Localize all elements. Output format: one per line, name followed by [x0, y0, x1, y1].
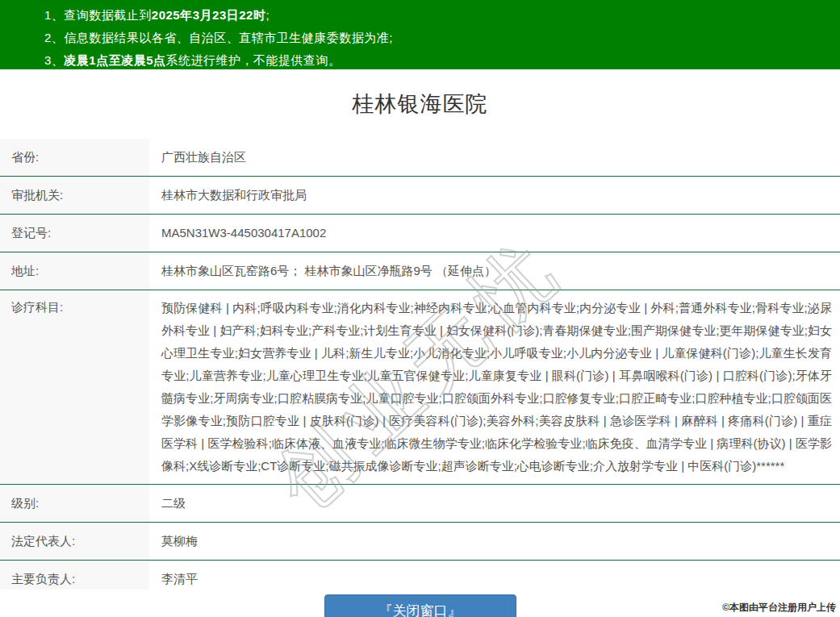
table-row-legal-representative: 法定代表人: 莫柳梅 — [0, 523, 840, 561]
notice-bold-text: 2025年3月23日22时 — [152, 8, 266, 22]
table-row-approval-authority: 审批机关: 桂林市大数据和行政审批局 — [0, 177, 840, 215]
row-label: 地址: — [0, 252, 149, 290]
footer-bar: 『关闭窗口』 ©本图由平台注册用户上传 — [0, 590, 840, 617]
row-value: 莫柳梅 — [149, 523, 840, 561]
row-label: 省份: — [0, 139, 149, 177]
row-value: MA5N31W3-445030417A1002 — [149, 215, 840, 252]
notice-text: 信息数据结果以各省、自治区、直辖市卫生健康委数据为准; — [64, 31, 393, 44]
page: 1、查询数据截止到2025年3月23日22时; 2、信息数据结果以各省、自治区、… — [0, 0, 840, 617]
row-value: 桂林市象山区瓦窑路6号； 桂林市象山区净瓶路9号 （延伸点） — [149, 252, 840, 290]
row-label: 诊疗科目: — [0, 290, 149, 485]
close-window-button[interactable]: 『关闭窗口』 — [324, 594, 516, 617]
notice-bold-text: 凌晨1点至凌晨5点 — [64, 53, 165, 67]
row-value: 广西壮族自治区 — [149, 139, 840, 177]
table-row-level: 级别: 二级 — [0, 485, 840, 523]
row-label: 法定代表人: — [0, 523, 149, 561]
row-label: 审批机关: — [0, 177, 149, 215]
notice-line-3: 3、凌晨1点至凌晨5点系统进行维护，不能提供查询。 — [44, 49, 832, 72]
notice-bar: 1、查询数据截止到2025年3月23日22时; 2、信息数据结果以各省、自治区、… — [0, 0, 840, 69]
attribution-text: ©本图由平台注册用户上传 — [722, 601, 836, 615]
notice-line-1: 1、查询数据截止到2025年3月23日22时; — [44, 4, 832, 27]
row-value: 桂林市大数据和行政审批局 — [149, 177, 840, 215]
row-value: 二级 — [149, 485, 840, 523]
row-label: 登记号: — [0, 215, 149, 252]
notice-number: 3、 — [44, 53, 64, 67]
notice-line-2: 2、信息数据结果以各省、自治区、直辖市卫生健康委数据为准; — [44, 27, 832, 49]
row-value: 预防保健科 | 内科;呼吸内科专业;消化内科专业;神经内科专业;心血管内科专业;… — [149, 290, 840, 485]
table-row-registration-number: 登记号: MA5N31W3-445030417A1002 — [0, 215, 840, 252]
table-row-province: 省份: 广西壮族自治区 — [0, 139, 840, 177]
title-wrap: 桂林银海医院 — [0, 69, 840, 139]
notice-text: ; — [265, 8, 270, 22]
table-row-address: 地址: 桂林市象山区瓦窑路6号； 桂林市象山区净瓶路9号 （延伸点） — [0, 252, 840, 290]
row-label: 级别: — [0, 485, 149, 523]
info-table: 省份: 广西壮族自治区 审批机关: 桂林市大数据和行政审批局 登记号: MA5N… — [0, 139, 840, 598]
page-title: 桂林银海医院 — [353, 90, 488, 119]
notice-text: 查询数据截止到 — [64, 8, 152, 22]
notice-number: 2、 — [44, 31, 64, 44]
table-row-departments: 诊疗科目: 预防保健科 | 内科;呼吸内科专业;消化内科专业;神经内科专业;心血… — [0, 290, 840, 485]
notice-text: 系统进行维护，不能提供查询。 — [166, 53, 341, 67]
notice-number: 1、 — [44, 8, 64, 22]
